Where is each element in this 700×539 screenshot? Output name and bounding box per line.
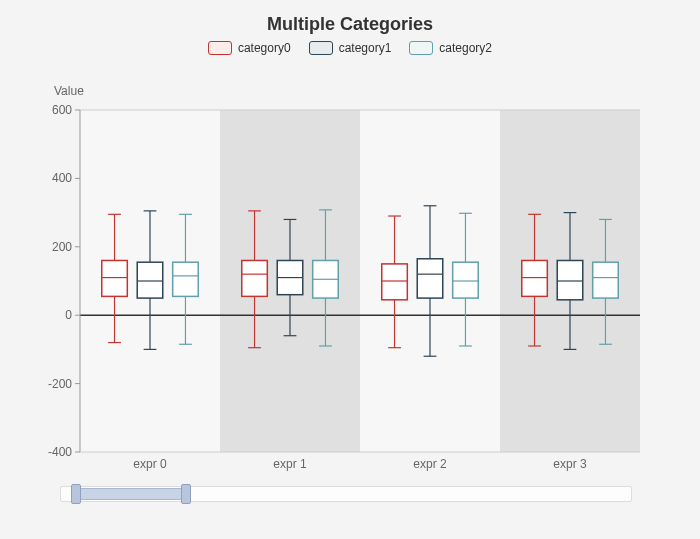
svg-rect-89 [453,262,479,298]
svg-rect-65 [417,259,443,298]
svg-rect-41 [382,264,408,300]
legend: category0 category1 category2 [0,41,700,61]
legend-swatch-category2 [409,41,433,55]
zoom-slider-handle-left[interactable] [71,484,81,504]
legend-item-category0[interactable]: category0 [208,41,291,55]
svg-text:expr 3: expr 3 [553,457,587,471]
svg-text:400: 400 [52,171,72,185]
plot-area[interactable]: -400-2000200400600expr 0expr 1expr 2expr… [40,100,650,472]
svg-rect-35 [242,260,268,296]
legend-item-category2[interactable]: category2 [409,41,492,55]
svg-text:0: 0 [65,308,72,322]
svg-rect-77 [173,262,199,296]
svg-rect-53 [137,262,163,298]
svg-text:expr 2: expr 2 [413,457,447,471]
svg-rect-47 [522,260,548,296]
legend-label-category2: category2 [439,41,492,55]
svg-text:expr 1: expr 1 [273,457,307,471]
svg-text:expr 0: expr 0 [133,457,167,471]
svg-rect-29 [102,260,128,296]
legend-label-category1: category1 [339,41,392,55]
chart-title: Multiple Categories [0,0,700,41]
legend-label-category0: category0 [238,41,291,55]
legend-swatch-category1 [309,41,333,55]
svg-text:-200: -200 [48,377,72,391]
legend-swatch-category0 [208,41,232,55]
svg-rect-71 [557,260,583,299]
zoom-slider-handle-right[interactable] [181,484,191,504]
legend-item-category1[interactable]: category1 [309,41,392,55]
svg-text:600: 600 [52,103,72,117]
svg-text:-400: -400 [48,445,72,459]
zoom-slider-track[interactable] [60,486,632,502]
zoom-slider-thumb[interactable] [75,488,185,500]
svg-text:200: 200 [52,240,72,254]
y-axis-label: Value [54,84,84,98]
svg-rect-95 [593,262,619,298]
